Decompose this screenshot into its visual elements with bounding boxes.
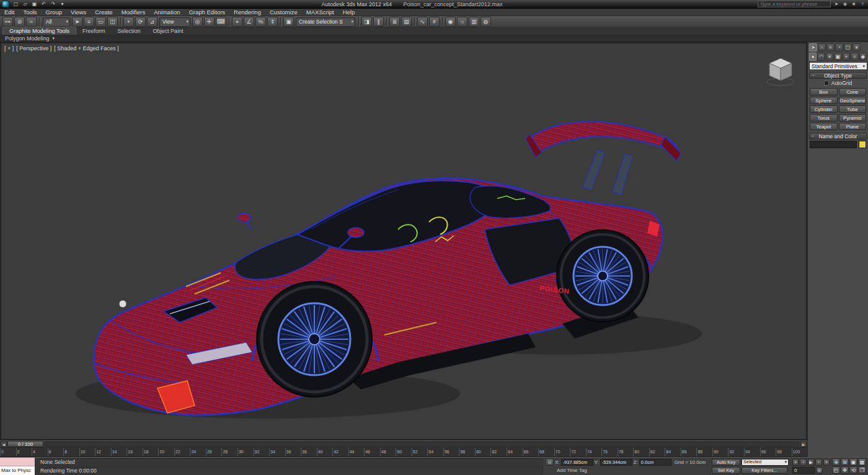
curve-editor-icon[interactable]: ∿ — [417, 17, 428, 27]
keyboard-override-icon[interactable]: ⌨ — [216, 17, 226, 27]
save-file-icon[interactable]: ▣ — [30, 1, 38, 8]
zoom-extents-all-icon[interactable]: ▩ — [858, 458, 866, 466]
search-input[interactable] — [758, 1, 831, 7]
select-and-rotate-icon[interactable]: ⟳ — [135, 17, 146, 27]
menu-modifiers[interactable]: Modifiers — [117, 9, 150, 16]
torus-button[interactable]: Torus — [810, 114, 838, 122]
ribbon-tab-selection[interactable]: Selection — [111, 27, 146, 35]
rectangular-selection-region-icon[interactable]: ▭ — [95, 17, 106, 27]
selected-filter-dropdown[interactable]: Selected ▾ — [742, 459, 789, 466]
favorites-icon[interactable]: ★ — [850, 1, 857, 8]
zoom-all-icon[interactable]: ⊞ — [841, 458, 849, 466]
rear-wing[interactable] — [526, 122, 681, 195]
auto-key-button[interactable]: Auto Key — [712, 459, 740, 466]
menu-help[interactable]: Help — [339, 9, 360, 16]
cylinder-button[interactable]: Cylinder — [810, 105, 838, 113]
space-warps-category-icon[interactable]: ≈ — [851, 53, 858, 61]
teapot-button[interactable]: Teapot — [810, 123, 838, 130]
track-bar[interactable]: 0246810121416182022242628303234363840424… — [0, 448, 807, 457]
modify-tab-icon[interactable]: ∩ — [818, 43, 826, 51]
project-folder-icon[interactable]: ▾ — [58, 1, 66, 8]
bind-to-space-warp-icon[interactable]: ≈ — [26, 17, 37, 27]
name-and-color-rollout-header[interactable]: − Name and Color — [809, 133, 867, 140]
y-coordinate-field[interactable]: -539.344cm — [600, 459, 632, 466]
open-file-icon[interactable]: ▱ — [21, 1, 29, 8]
key-filters-button[interactable]: Key Filters... — [742, 467, 787, 474]
zoom-extents-icon[interactable]: ▣ — [849, 458, 857, 466]
unlink-selection-icon[interactable]: ⊘ — [14, 17, 25, 27]
object-type-rollout-header[interactable]: − Object Type — [809, 72, 867, 79]
rear-wheel[interactable] — [557, 230, 649, 322]
display-tab-icon[interactable]: ▢ — [844, 43, 852, 51]
menu-animation[interactable]: Animation — [149, 9, 184, 16]
set-key-button[interactable]: Set Key — [712, 467, 740, 474]
material-editor-icon[interactable]: ◉ — [445, 17, 456, 27]
percent-snap-icon[interactable]: % — [255, 17, 266, 27]
front-wheel[interactable] — [257, 282, 372, 397]
align-icon[interactable]: ∥ — [373, 17, 384, 27]
menu-maxscript[interactable]: MAXScript — [302, 9, 339, 16]
cone-button[interactable]: Cone — [839, 88, 867, 95]
render-production-icon[interactable]: ◍ — [480, 17, 491, 27]
spinner-snap-icon[interactable]: ⇕ — [267, 17, 278, 27]
window-crossing-icon[interactable]: ◫ — [107, 17, 118, 27]
car-model[interactable]: POISON — [76, 122, 702, 419]
geosphere-button[interactable]: GeoSphere — [839, 97, 867, 104]
pyramid-button[interactable]: Pyramid — [839, 114, 867, 122]
select-object-icon[interactable]: ➤ — [72, 17, 82, 27]
select-by-name-icon[interactable]: ≡ — [84, 17, 94, 27]
select-and-manipulate-icon[interactable]: ✛ — [204, 17, 215, 27]
menu-edit[interactable]: Edit — [0, 9, 19, 16]
previous-frame-icon[interactable]: ‹ — [800, 459, 806, 466]
ribbon-tab-object-paint[interactable]: Object Paint — [146, 27, 189, 35]
pan-icon[interactable]: ✥ — [841, 466, 849, 474]
menu-tools[interactable]: Tools — [19, 9, 41, 16]
reference-coordinate-dropdown[interactable]: View▾ — [159, 17, 190, 27]
primitives-dropdown[interactable]: Standard Primitives ▾ — [809, 62, 867, 70]
time-slider-left-arrow[interactable]: ◀ — [1, 441, 7, 447]
listener-line[interactable]: Max to Physc — [0, 466, 35, 475]
3ds-max-logo-icon[interactable] — [2, 1, 9, 7]
undo-icon[interactable]: ↶ — [40, 1, 48, 8]
go-to-start-icon[interactable]: « — [792, 459, 799, 466]
perspective-viewport[interactable]: [ + ] [ Perspective ] [ Shaded + Edged F… — [0, 42, 807, 440]
edit-named-selection-sets-icon[interactable]: ▣ — [283, 17, 294, 27]
lights-category-icon[interactable]: ☀ — [826, 53, 833, 61]
ribbon-tab-graphite-modeling-tools[interactable]: Graphite Modeling Tools — [2, 27, 76, 35]
menu-graph-editors[interactable]: Graph Editors — [184, 9, 229, 16]
viewport-canvas[interactable]: POISON — [1, 43, 806, 439]
selection-lock-icon[interactable]: ⊙ — [546, 458, 554, 466]
systems-category-icon[interactable]: ◆ — [859, 53, 867, 61]
viewport-menu-pov[interactable]: [ Perspective ] — [16, 45, 51, 51]
ribbon-panel-polygon-modeling[interactable]: Polygon Modeling — [0, 35, 50, 42]
x-coordinate-field[interactable]: -937.885cm — [561, 459, 593, 466]
add-time-tag[interactable]: Add Time Tag — [557, 468, 587, 473]
viewport-menu-general[interactable]: [ + ] — [4, 45, 14, 51]
helpers-category-icon[interactable]: ⌖ — [843, 53, 850, 61]
menu-views[interactable]: Views — [66, 9, 91, 16]
viewcube[interactable] — [764, 55, 797, 88]
menu-create[interactable]: Create — [91, 9, 117, 16]
angle-snap-icon[interactable]: ∠ — [244, 17, 254, 27]
communication-center-icon[interactable]: ◈ — [841, 1, 849, 8]
sphere-button[interactable]: Sphere — [810, 97, 838, 104]
named-selection-sets-dropdown[interactable]: Create Selection S▾ — [296, 17, 355, 27]
box-button[interactable]: Box — [810, 88, 838, 95]
geometry-category-icon[interactable]: ● — [809, 53, 817, 61]
z-coordinate-field[interactable]: 0.0cm — [639, 459, 671, 466]
select-and-link-icon[interactable]: ⊶ — [2, 17, 13, 27]
play-animation-icon[interactable]: ▶ — [808, 459, 814, 466]
cameras-category-icon[interactable]: ▣ — [834, 53, 841, 61]
macro-recorder-line[interactable] — [0, 458, 35, 466]
time-slider-handle[interactable]: 0 / 100 — [7, 441, 43, 447]
object-name-field[interactable] — [810, 141, 857, 148]
chevron-down-icon[interactable]: ▾ — [53, 36, 55, 41]
create-tab-icon[interactable]: ➤ — [809, 43, 817, 51]
select-and-scale-icon[interactable]: ⊿ — [147, 17, 157, 27]
maximize-viewport-icon[interactable]: ❐ — [858, 466, 866, 474]
menu-rendering[interactable]: Rendering — [229, 9, 265, 16]
graphite-ribbon-toggle-icon[interactable]: ▤ — [401, 17, 412, 27]
use-pivot-center-icon[interactable]: ◎ — [192, 17, 203, 27]
object-color-swatch[interactable] — [859, 141, 866, 148]
current-frame-field[interactable] — [792, 467, 815, 474]
